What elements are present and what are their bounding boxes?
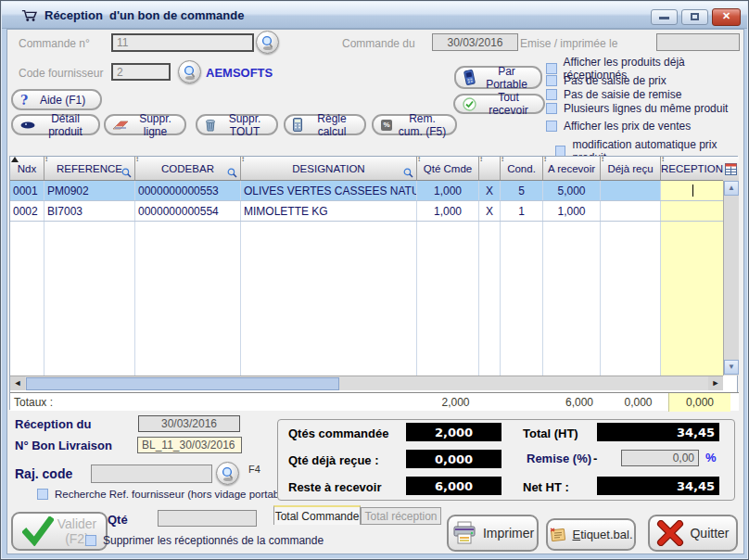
commande-input[interactable]: 11 (111, 33, 254, 52)
option-row: Pas de saisie de prix (546, 74, 666, 87)
qte-deja-label: Qté déjà reçue : (288, 453, 379, 467)
table-cell: PM0902 (44, 181, 135, 200)
column-header-REFERENCE[interactable]: REFERENCE↕ (44, 157, 135, 180)
title-bar[interactable]: Réception d'un bon de commande ✕ (2, 2, 747, 29)
horizontal-scrollbar[interactable]: ◄ ► (10, 375, 723, 390)
grid-settings-icon[interactable] (723, 157, 739, 181)
suppr-tout-button[interactable]: Suppr. TOUT (196, 114, 278, 135)
column-splitter-icon[interactable]: ↕ (417, 157, 421, 163)
empty-table-row (10, 262, 723, 283)
recherche-ref-checkbox[interactable] (37, 489, 48, 500)
column-splitter-icon[interactable]: ↕ (241, 157, 245, 163)
empty-cell (44, 222, 135, 242)
regle-calcul-button[interactable]: Règle calcul (284, 114, 366, 135)
table-cell (601, 201, 661, 221)
empty-cell (135, 242, 241, 262)
bl-input[interactable]: BL_11_30/03/2016 (137, 437, 242, 453)
reception-cell[interactable] (661, 201, 723, 221)
minimize-button[interactable] (651, 9, 678, 25)
column-splitter-icon[interactable]: ↕ (44, 157, 48, 163)
option-checkbox[interactable] (546, 75, 557, 86)
empty-cell (417, 262, 479, 283)
table-row[interactable]: 0002BI70030000000000554MIMOLETTE KG1,000… (10, 201, 723, 222)
column-header-Ndx[interactable]: Ndx (10, 157, 44, 180)
table-row[interactable]: 0001PM09020000000000553OLIVES VERTES CAS… (10, 181, 723, 201)
column-header-A recevoir[interactable]: A recevoir↕ (543, 157, 601, 180)
remise-input[interactable]: 0,00 (621, 450, 699, 466)
empty-cell (10, 364, 44, 375)
percent-icon: % (381, 120, 392, 131)
column-header-Qté Cmde[interactable]: Qté Cmde↕ (417, 157, 479, 180)
suppr-ligne-button[interactable]: Suppr. ligne (104, 114, 186, 135)
scroll-right-icon[interactable]: ► (708, 376, 723, 390)
table-cell: 0000000000554 (135, 201, 241, 221)
detail-produit-button[interactable]: Détail produit (11, 114, 100, 135)
empty-cell (135, 364, 241, 375)
table-body: 0001PM09020000000000553OLIVES VERTES CAS… (10, 181, 723, 375)
empty-table-row (10, 303, 723, 324)
fournisseur-search-button[interactable] (178, 60, 201, 83)
column-header-cond-flag[interactable]: ↕ (479, 157, 501, 180)
commande-search-button[interactable] (256, 31, 279, 54)
table-cell (601, 181, 661, 200)
total-ht-value: 34,45 (597, 423, 719, 441)
imprimer-button[interactable]: Imprimer (447, 515, 539, 552)
option-checkbox[interactable] (546, 103, 557, 114)
maximize-button[interactable] (681, 9, 708, 25)
column-splitter-icon[interactable]: ↕ (601, 157, 604, 163)
column-splitter-icon[interactable]: ↕ (661, 157, 665, 163)
tout-recevoir-button[interactable]: Tout recevoir (453, 94, 545, 114)
empty-cell (241, 344, 417, 364)
quitter-button[interactable]: Quitter (648, 515, 738, 552)
column-splitter-icon[interactable]: ↕ (501, 157, 504, 163)
raj-search-button[interactable] (216, 462, 239, 485)
etiquette-balance-button[interactable]: Etiquet.bal. (546, 518, 636, 551)
scroll-down-icon[interactable]: ▼ (724, 360, 739, 375)
option-checkbox[interactable] (546, 63, 557, 74)
empty-cell (661, 324, 723, 344)
rem-cum-button[interactable]: % Rem. cum. (F5) (372, 114, 457, 135)
cart-icon (21, 8, 38, 23)
empty-cell (661, 283, 723, 303)
qtes-commandee-label: Qtés commandée (288, 426, 388, 440)
column-search-icon (227, 168, 237, 178)
tab-total-reception[interactable]: Total réception (361, 507, 441, 525)
par-portable-button[interactable]: Par Portable (454, 66, 542, 89)
window-content: Commande n° 11 Commande du 30/03/2016 Em… (6, 29, 744, 554)
empty-table-row (10, 283, 723, 303)
table-cell: 0000000000553 (135, 181, 241, 200)
column-header-RECEPTION[interactable]: RECEPTION↕ (661, 157, 723, 180)
column-header-Déjà reçu[interactable]: Déjà reçu↕ (601, 157, 661, 180)
raj-code-input[interactable] (91, 465, 212, 483)
aide-button[interactable]: ? Aide (F1) (11, 89, 102, 110)
empty-cell (601, 303, 661, 324)
option-checkbox[interactable] (546, 89, 557, 100)
empty-cell (543, 262, 601, 283)
reception-cell[interactable] (661, 181, 723, 200)
remise-minus: - (593, 452, 597, 465)
column-splitter-icon[interactable]: ↕ (479, 157, 483, 163)
qte-input[interactable] (158, 510, 257, 527)
raj-code-label: Raj. code (15, 466, 72, 481)
empty-cell (601, 242, 661, 262)
vertical-scrollbar[interactable]: ▲ ▼ (723, 181, 739, 375)
column-splitter-icon[interactable]: ↕ (135, 157, 139, 163)
option-label: Pas de saisie de remise (564, 88, 681, 101)
tab-total-commande[interactable]: Total Commande (273, 505, 361, 525)
column-header-Cond.[interactable]: Cond.↕ (501, 157, 543, 180)
empty-table-row (10, 344, 723, 364)
close-button[interactable]: ✕ (712, 8, 741, 26)
option-checkbox[interactable] (546, 121, 557, 132)
scroll-left-icon[interactable]: ◄ (10, 376, 25, 390)
empty-cell (479, 303, 501, 324)
hscroll-thumb[interactable] (26, 377, 339, 390)
column-header-DESIGNATION[interactable]: DESIGNATION↕ (241, 157, 417, 180)
scroll-up-icon[interactable]: ▲ (724, 181, 739, 196)
column-splitter-icon[interactable]: ↕ (543, 157, 547, 163)
empty-cell (661, 222, 723, 242)
column-header-CODEBAR[interactable]: CODEBAR↕ (135, 157, 241, 180)
qte-label: Qté (108, 513, 128, 527)
empty-cell (601, 283, 661, 303)
supprimer-checkbox[interactable] (85, 535, 96, 546)
fournisseur-input[interactable]: 2 (111, 63, 171, 81)
